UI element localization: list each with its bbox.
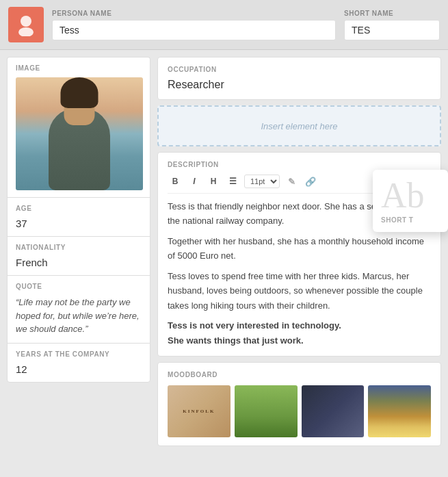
short-name-input[interactable]	[344, 20, 440, 40]
header-fields: PERSONA NAME SHORT NAME	[52, 10, 440, 40]
quote-value: “Life may not be the party we hoped for,…	[16, 296, 142, 336]
moodboard-section: MOODBOARD	[157, 362, 441, 446]
link-button[interactable]: 🔗	[303, 174, 318, 189]
desc-p4: Tess is not very interested in technolog…	[168, 318, 431, 348]
age-label: AGE	[16, 205, 142, 212]
floating-tooltip: Ab SHORT T	[373, 170, 448, 232]
image-section: IMAGE	[7, 57, 150, 197]
persona-name-group: PERSONA NAME	[52, 10, 336, 40]
svg-point-1	[18, 27, 34, 36]
moodboard-image-2	[235, 385, 298, 437]
years-value: 12	[16, 363, 142, 375]
moodboard-label: MOODBOARD	[168, 371, 431, 378]
desc-p3: Tess loves to spend free time with her t…	[168, 269, 431, 313]
bold-button[interactable]: B	[168, 174, 183, 189]
heading-button[interactable]: H	[206, 174, 221, 189]
figure-shape	[49, 108, 110, 190]
description-label: DESCRIPTION	[168, 161, 431, 168]
occupation-value: Researcher	[168, 79, 431, 91]
occupation-label: OCCUPATION	[168, 66, 431, 73]
font-size-select[interactable]: 11pt 12pt 14pt	[244, 175, 280, 188]
left-column: IMAGE AGE 37 NATIONALITY French QUOTE “L…	[7, 57, 150, 446]
years-label: YEARS AT THE COMPANY	[16, 350, 142, 358]
nationality-section: NATIONALITY French	[7, 236, 150, 275]
nationality-label: NATIONALITY	[16, 244, 142, 251]
main-content: IMAGE AGE 37 NATIONALITY French QUOTE “L…	[0, 50, 448, 453]
image-label: IMAGE	[16, 64, 142, 72]
age-value: 37	[16, 218, 142, 229]
moodboard-image-4	[368, 385, 431, 437]
short-name-group: SHORT NAME	[344, 10, 440, 40]
italic-button[interactable]: I	[187, 174, 202, 189]
list-button[interactable]: ☰	[225, 174, 240, 189]
right-column: OCCUPATION Researcher Insert element her…	[157, 57, 441, 446]
moodboard-images	[168, 385, 431, 437]
avatar	[8, 7, 44, 42]
quote-label: QUOTE	[16, 283, 142, 290]
tooltip-ab-text: Ab	[381, 178, 440, 214]
right-wrapper: OCCUPATION Researcher Insert element her…	[157, 57, 441, 446]
years-section: YEARS AT THE COMPANY 12	[7, 343, 150, 383]
insert-element-placeholder[interactable]: Insert element here	[157, 105, 441, 146]
persona-name-label: PERSONA NAME	[52, 10, 336, 17]
persona-name-input[interactable]	[52, 20, 336, 40]
occupation-section: OCCUPATION Researcher	[157, 57, 441, 100]
desc-p2: Together with her husband, she has a mon…	[168, 234, 431, 263]
moodboard-image-3	[302, 385, 365, 437]
svg-point-0	[21, 16, 31, 27]
moodboard-image-1	[168, 385, 230, 437]
persona-image	[16, 77, 143, 190]
insert-element-text: Insert element here	[261, 121, 337, 131]
tooltip-short-label: SHORT T	[381, 216, 440, 224]
quote-section: QUOTE “Life may not be the party we hope…	[7, 275, 150, 343]
pencil-button[interactable]: ✎	[284, 174, 299, 189]
age-section: AGE 37	[7, 197, 150, 236]
nationality-value: French	[16, 257, 142, 268]
short-name-label: SHORT NAME	[344, 10, 440, 17]
header: PERSONA NAME SHORT NAME	[0, 0, 448, 50]
